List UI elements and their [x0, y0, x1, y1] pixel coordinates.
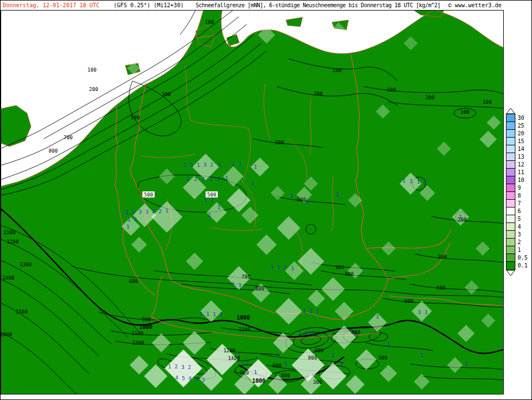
snow-value: 9 — [188, 376, 191, 382]
legend-value: 30 — [518, 114, 524, 122]
legend-value: 8 — [518, 192, 521, 200]
legend-value: 2 — [518, 239, 521, 246]
contour-label: 100 — [205, 19, 214, 25]
contour-label: 100 — [88, 67, 96, 73]
copyright-label: © www.wetter3.de — [448, 1, 502, 10]
contour-label: 1000 — [139, 324, 152, 330]
snow-value: 1 — [284, 361, 287, 367]
snow-value: 1 — [417, 179, 420, 185]
valid-date-label: Donnerstag, 12-01-2017 18 UTC — [3, 1, 100, 10]
snow-value: 3 — [181, 364, 184, 370]
snow-value: 1 — [125, 210, 128, 215]
contour-label: 1500 — [16, 309, 28, 315]
legend-value: 12 — [518, 161, 524, 169]
legend-value: 4 — [518, 223, 521, 231]
snow-value: 2 — [305, 331, 308, 336]
contour-label: 800 — [49, 148, 58, 154]
legend-value: 7 — [518, 200, 521, 207]
contour-label: 1000 — [237, 315, 250, 321]
contour-label: 800 — [255, 286, 264, 291]
snow-value: 1 — [284, 265, 287, 271]
legend-value: 13 — [518, 153, 524, 161]
snow-value: 1 — [204, 198, 207, 203]
contour-label: 1600 — [1, 332, 12, 337]
contour-label: 500 — [437, 285, 446, 291]
snow-value: 3 — [202, 377, 204, 383]
snow-value: 1 — [459, 214, 462, 220]
snow-value: 1 — [420, 353, 423, 358]
snow-value: 2 — [245, 361, 248, 367]
snow-value: 2 — [194, 176, 197, 182]
legend-value: 1 — [518, 246, 521, 254]
snow-value: 1 — [311, 331, 314, 336]
snow-value: 1 — [376, 314, 378, 320]
legend-value: 11 — [518, 169, 524, 176]
snow-value: 1 — [418, 310, 421, 315]
legend-value: 20 — [518, 130, 524, 138]
contour-label: 500 — [131, 115, 140, 120]
snow-value: 1 — [217, 205, 220, 210]
legend-value: 3 — [518, 231, 521, 239]
snow-value: 1 — [197, 163, 200, 168]
snow-value: 2 — [152, 209, 155, 214]
snow-value: 2 — [211, 198, 213, 203]
snow-value: 3 — [145, 209, 148, 215]
snow-value: 1 — [213, 312, 216, 317]
chart-title: Schneefallgrenze [mNN], 6-stündige Neusc… — [196, 1, 441, 10]
snow-value: 2 — [210, 162, 213, 168]
snow-value: 1 — [331, 353, 334, 358]
legend-entry: 0.1 — [506, 261, 528, 270]
snow-value: 3 — [203, 162, 206, 168]
contour-label: 300 — [162, 92, 171, 97]
contour-label: 1200 — [223, 348, 236, 353]
snow-value: 2 — [175, 364, 177, 369]
contour-label: 300 — [313, 379, 322, 385]
legend-value: 14 — [518, 145, 524, 153]
contour-label: 1200 — [7, 239, 19, 245]
snow-value: 1 — [219, 312, 222, 317]
map-canvas: 1001002005007008003001002001002001003006… — [1, 10, 504, 394]
snow-value: 2 — [209, 176, 212, 181]
snow-value: 4 — [195, 377, 198, 382]
contour-label: 600 — [405, 298, 413, 304]
legend-value: 9 — [518, 184, 521, 192]
contour-label: 200 — [89, 87, 98, 92]
snow-value: 1 — [387, 342, 390, 347]
contour-label: 100 — [483, 99, 492, 105]
snow-value: 1 — [225, 175, 228, 181]
snow-value: 1 — [238, 161, 241, 167]
contour-label: 1100 — [238, 327, 250, 332]
contour-label: 300 — [438, 254, 447, 260]
legend-scale: 3025201514131211109876543210.50.1 — [506, 114, 528, 270]
contour-label: 700 — [64, 135, 73, 140]
snow-value: 1 — [218, 162, 221, 168]
snow-value: 1 — [206, 311, 209, 317]
contour-label: 600 — [129, 279, 138, 284]
contour-label: 1100 — [131, 331, 144, 336]
contour-label: 1400 — [2, 275, 14, 281]
legend-value: 0.5 — [518, 254, 528, 262]
snow-value: 1 — [168, 364, 171, 369]
contour-label: 1300 — [19, 262, 32, 267]
contour-label: 900 — [142, 317, 151, 322]
snow-value: 4 — [175, 375, 178, 381]
snow-value: 1 — [254, 369, 257, 375]
contour-label: 300 — [275, 140, 284, 145]
snow-value: 1 — [127, 217, 130, 222]
snow-value: 1 — [410, 179, 412, 184]
snow-value: 1 — [298, 331, 301, 336]
snow-value: 1 — [270, 264, 273, 270]
snow-value: 1 — [340, 361, 342, 367]
contour-label: 600 — [273, 363, 282, 368]
snow-value: 1 — [232, 161, 234, 167]
snow-value: 1 — [291, 266, 294, 271]
contour-label: 500 — [378, 355, 387, 361]
contour-label: 1100 — [3, 230, 16, 235]
snow-value: 1 — [277, 265, 280, 270]
snow-value: 1 — [251, 181, 254, 186]
contour-label: 500 — [207, 192, 216, 198]
snow-value: 2 — [354, 331, 356, 336]
snow-value: 1 — [232, 282, 234, 287]
snow-value: 5 — [182, 376, 185, 381]
snow-value: 1 — [237, 353, 240, 358]
